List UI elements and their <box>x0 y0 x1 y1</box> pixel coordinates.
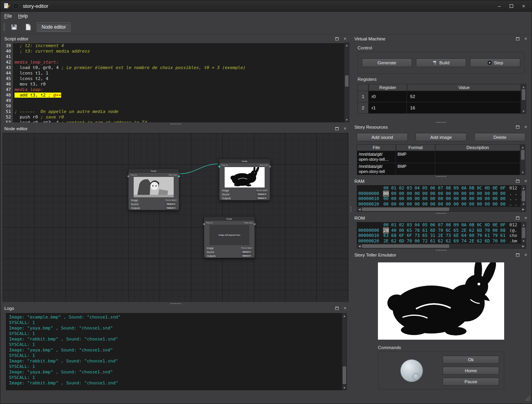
scroll-left-icon[interactable]: ◀ <box>357 244 362 248</box>
register-row[interactable]: 2 r1 16 <box>358 102 521 114</box>
hex-row[interactable]: 0000000028 40 00 65 78 61 6D 70 6C 65 2E… <box>358 228 521 233</box>
node-title[interactable]: Node <box>220 159 270 163</box>
scroll-track[interactable] <box>521 227 526 238</box>
scroll-up-icon[interactable]: ▲ <box>521 186 526 190</box>
close-window-button[interactable]: × <box>519 2 528 10</box>
control-knob[interactable] <box>400 359 423 382</box>
output-port[interactable] <box>178 175 180 177</box>
step-button[interactable]: Step <box>470 58 520 67</box>
node-editor-toggle-button[interactable]: Node editor <box>37 22 71 32</box>
close-panel-button[interactable]: × <box>523 252 528 258</box>
ram-hex-view[interactable]: 00 01 02 03 04 05 06 07 08 09 0A 0B 0C 0… <box>357 185 521 207</box>
media-node-1[interactable]: Node Port In Port Out <box>128 169 179 210</box>
home-button[interactable]: Home <box>443 367 499 375</box>
script-code-area[interactable]: 39 ; t2: increment 4 40 ; t3: current me… <box>3 42 344 122</box>
ok-button[interactable]: Ok <box>443 356 499 364</box>
input-port[interactable] <box>203 223 205 225</box>
outputs-select[interactable]: Select▾ <box>241 254 252 257</box>
close-panel-button[interactable]: × <box>342 126 348 131</box>
close-panel-button[interactable]: × <box>523 36 528 42</box>
scroll-right-icon[interactable]: ▶ <box>521 244 526 248</box>
delete-button[interactable]: Delete <box>474 133 525 141</box>
media-node-2[interactable]: Node Port In Port Out <box>219 159 270 200</box>
float-panel-button[interactable] <box>515 36 520 42</box>
close-panel-button[interactable]: × <box>523 124 528 130</box>
float-panel-button[interactable] <box>334 36 340 42</box>
sound-select[interactable]: Select▾ <box>165 202 176 206</box>
scroll-thumb[interactable] <box>362 244 449 248</box>
close-panel-button[interactable]: × <box>342 36 348 42</box>
hex-byte[interactable]: 00 <box>383 196 389 201</box>
scroll-up-icon[interactable]: ▲ <box>521 222 526 227</box>
scroll-track[interactable] <box>521 89 526 109</box>
hex-row[interactable]: 0000001000 00 00 00 00 00 00 00 00 00 00… <box>358 196 521 202</box>
scroll-left-icon[interactable]: ◀ <box>357 207 362 211</box>
menu-help[interactable]: Help <box>18 13 28 19</box>
scroll-down-icon[interactable]: ▼ <box>521 170 525 175</box>
float-panel-button[interactable] <box>515 252 520 258</box>
scroll-down-icon[interactable]: ▼ <box>521 202 526 206</box>
window-resize-grip[interactable] <box>525 395 530 402</box>
file-column-header[interactable]: File <box>357 144 396 151</box>
column-splitter[interactable] <box>349 35 352 393</box>
resources-vscrollbar[interactable]: ▲ ▼ <box>520 144 525 175</box>
pause-button[interactable]: Pause <box>443 378 499 386</box>
rom-hscrollbar[interactable]: ◀ ▶ <box>357 244 526 249</box>
rom-vscrollbar[interactable]: ▲ ▼ <box>521 222 526 244</box>
register-column-header[interactable]: Register <box>369 84 407 91</box>
hex-row[interactable]: 0000000000 00 00 00 00 00 00 00 00 00 00… <box>358 191 521 197</box>
menu-file[interactable]: File <box>4 13 12 19</box>
add-sound-button[interactable]: Add sound <box>357 133 408 141</box>
scroll-track[interactable] <box>342 318 347 385</box>
scroll-up-icon[interactable]: ▲ <box>342 313 347 318</box>
hex-byte[interactable]: 63 <box>383 233 389 238</box>
output-port[interactable] <box>254 223 256 225</box>
hex-row[interactable]: 0000001063 68 6F 6F 73 65 31 2E 73 6E 64… <box>358 233 521 238</box>
close-panel-button[interactable]: × <box>523 178 528 184</box>
splitter-handle[interactable] <box>352 249 530 251</box>
scroll-thumb[interactable] <box>343 366 346 384</box>
resource-row[interactable]: /mnt/data/git/open-story-tell… BMP <box>357 151 520 163</box>
scroll-thumb[interactable] <box>522 191 525 201</box>
scroll-track[interactable] <box>362 244 521 248</box>
sound-select[interactable]: Select▾ <box>241 250 252 253</box>
description-column-header[interactable]: Description <box>435 144 520 151</box>
ram-hscrollbar[interactable]: ◀ ▶ <box>357 207 526 212</box>
close-panel-button[interactable]: × <box>523 215 528 221</box>
generate-button[interactable]: Generate <box>362 58 412 67</box>
media-node-3[interactable]: Node Port In Port Out Image will appear … <box>204 217 255 258</box>
input-port[interactable] <box>127 175 129 177</box>
node-title[interactable]: Node <box>129 169 179 173</box>
float-panel-button[interactable] <box>334 306 340 311</box>
node-canvas[interactable]: Node Port In Port Out <box>3 133 349 302</box>
register-row[interactable]: 1 r0 52 <box>358 91 521 102</box>
save-button[interactable] <box>9 22 19 33</box>
rom-hex-view[interactable]: 00 01 02 03 04 05 06 07 08 09 0A 0B 0C 0… <box>357 222 521 244</box>
sound-select[interactable]: Select▾ <box>256 193 267 196</box>
outputs-select[interactable]: Select▾ <box>165 206 176 209</box>
output-port[interactable] <box>269 166 271 167</box>
add-image-button[interactable]: Add image <box>416 133 467 141</box>
scroll-down-icon[interactable]: ▼ <box>521 109 526 113</box>
splitter-handle[interactable] <box>352 121 530 124</box>
registers-vscrollbar[interactable]: ▲ ▼ <box>521 84 526 114</box>
scroll-up-icon[interactable]: ▲ <box>345 43 349 47</box>
build-button[interactable]: Build <box>416 58 466 67</box>
scroll-track[interactable] <box>362 207 521 211</box>
float-panel-button[interactable] <box>515 215 520 221</box>
hex-byte[interactable]: 00 <box>383 191 389 196</box>
ram-vscrollbar[interactable]: ▲ ▼ <box>521 185 526 207</box>
scroll-thumb[interactable] <box>522 227 525 238</box>
minimize-button[interactable]: – <box>494 2 504 10</box>
float-panel-button[interactable] <box>334 126 340 131</box>
hex-row[interactable]: 000000202E 62 6D 70 00 72 61 62 62 69 74… <box>358 238 521 244</box>
value-column-header[interactable]: Value <box>407 84 521 91</box>
scroll-track[interactable] <box>521 190 526 202</box>
scroll-thumb[interactable] <box>522 89 525 100</box>
new-file-button[interactable] <box>23 22 33 33</box>
hex-row[interactable]: 0000002000 00 00 00 00 00 00 00 00 00 00… <box>358 202 521 207</box>
scroll-thumb[interactable] <box>521 150 525 160</box>
hex-byte[interactable]: 00 <box>383 202 389 207</box>
outputs-select[interactable]: Select▾ <box>256 197 267 200</box>
scroll-track[interactable] <box>521 149 525 170</box>
